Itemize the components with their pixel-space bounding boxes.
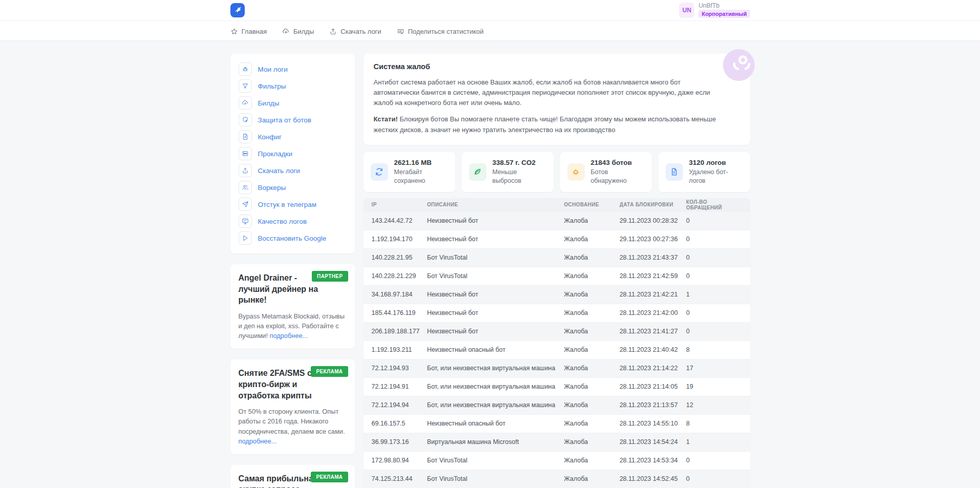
sidebar-item-bot-protection[interactable]: Защита от ботов [239, 112, 347, 128]
sidebar-item-restore-google[interactable]: Восстановить Google [239, 230, 347, 246]
nav-label: Поделиться статистикой [408, 28, 484, 35]
cell-basis: Жалоба [564, 272, 619, 280]
table-row: 72.12.194.94 Бот, или неизвестная виртуа… [364, 396, 750, 414]
cell-block-date: 28.11.2023 21:14:22 [620, 365, 686, 372]
file-icon [666, 163, 683, 181]
cell-basis: Жалоба [564, 365, 619, 372]
bird-logo-icon [233, 6, 242, 15]
stat-co2-reduced: 338.57 г. CO2 Меньше выбросов [462, 152, 553, 192]
page-title: Система жалоб [374, 62, 740, 71]
cell-requests-count: 0 [686, 217, 741, 224]
user-plan-badge: Корпоративный [698, 10, 750, 18]
sidebar: Мои логи Фильтры Билды Защита от ботов [230, 54, 355, 488]
stat-value: 338.57 г. CO2 [493, 158, 546, 168]
leaf-icon [469, 163, 486, 181]
ad-badge: РЕКЛАМА [311, 472, 348, 482]
table-row: 143.244.42.72 Неизвестный бот Жалоба 29.… [364, 211, 750, 230]
table-row: 140.228.21.95 Бот VirusTotal Жалоба 28.1… [364, 248, 750, 267]
sidebar-item-download-logs[interactable]: Скачать логи [239, 162, 347, 179]
ad-more-link[interactable]: подробнее... [270, 332, 308, 340]
stat-label: Меньше выбросов [493, 168, 546, 186]
cell-requests-count: 0 [686, 254, 741, 261]
sidebar-item-log-quality[interactable]: Качество логов [239, 213, 347, 229]
sidebar-item-filters[interactable]: Фильтры [239, 78, 347, 94]
table-row: 74.125.213.44 Бот VirusTotal Жалоба 28.1… [364, 470, 750, 488]
sidebar-item-telegram-notify[interactable]: Отстук в телеграм [239, 196, 347, 213]
sidebar-item-my-logs[interactable]: Мои логи [239, 61, 347, 77]
column-header-requests-count: КОЛ-ВО ОБРАЩЕНИЙ [686, 199, 741, 210]
cell-basis: Жалоба [564, 457, 619, 464]
app-logo[interactable] [230, 3, 245, 17]
eco-stats-row: 2621.16 MB Мегабайт сохранено 338.57 г. … [364, 152, 750, 192]
cell-ip: 1.192.194.170 [372, 236, 427, 243]
cell-description: Бот VirusTotal [427, 457, 564, 464]
cell-requests-count: 0 [686, 272, 741, 280]
table-row: 36.99.173.16 Виртуальная машина Microsof… [364, 433, 750, 451]
cell-description: Неизвестный опасный бот [427, 346, 564, 353]
user-menu[interactable]: UN UnBfTb Корпоративный [679, 3, 750, 18]
column-header-basis: ОСНОВАНИЕ [564, 202, 619, 207]
cell-ip: 206.189.188.177 [372, 328, 427, 335]
sidebar-item-config[interactable]: Конфиг [239, 129, 347, 145]
sidebar-item-label: Конфиг [258, 133, 282, 141]
table-header-row: IP ОПИСАНИЕ ОСНОВАНИЕ ДАТА БЛОКИРОВКИ КО… [364, 198, 750, 211]
cell-block-date: 28.11.2023 21:42:00 [620, 309, 686, 316]
cell-ip: 140.228.21.229 [372, 272, 427, 280]
main-content: Система жалоб Антибот система работает н… [364, 54, 750, 488]
cell-block-date: 29.11.2023 00:27:36 [620, 236, 686, 243]
cell-description: Бот VirusTotal [427, 272, 564, 280]
table-row: 1.192.194.170 Неизвестный бот Жалоба 29.… [364, 230, 750, 248]
cell-block-date: 28.11.2023 21:41:27 [620, 328, 686, 335]
sidebar-menu: Мои логи Фильтры Билды Защита от ботов [230, 54, 355, 253]
stat-bots-detected: 21843 ботов Ботов обнаружено [560, 152, 652, 192]
stat-value: 3120 логов [689, 158, 743, 168]
cell-block-date: 28.11.2023 14:55:10 [620, 420, 686, 427]
cell-requests-count: 0 [686, 475, 741, 482]
cell-block-date: 28.11.2023 21:42:59 [620, 272, 686, 280]
cell-ip: 140.228.21.95 [372, 254, 427, 261]
cell-requests-count: 17 [686, 365, 741, 372]
nav-item-share-stats[interactable]: Поделиться статистикой [397, 28, 484, 35]
sidebar-item-proxies[interactable]: Прокладки [239, 145, 347, 162]
sidebar-item-label: Отстук в телеграм [258, 201, 317, 208]
sidebar-item-builds[interactable]: Билды [239, 95, 347, 111]
ad-card-angel-drainer: Angel Drainer - лучший дрейнер на рынке!… [230, 264, 355, 349]
shield-bot-icon [239, 113, 252, 126]
sidebar-item-label: Качество логов [258, 218, 307, 225]
cell-ip: 72.12.194.93 [372, 365, 427, 372]
cell-ip: 143.244.42.72 [372, 217, 427, 224]
cell-block-date: 28.11.2023 14:54:24 [620, 438, 686, 445]
cell-basis: Жалоба [564, 420, 619, 427]
table-row: 172.98.80.94 Бот VirusTotal Жалоба 28.11… [364, 451, 750, 470]
table-row: 140.228.21.229 Бот VirusTotal Жалоба 28.… [364, 267, 750, 285]
bug-icon [239, 62, 252, 76]
cell-ip: 69.16.157.5 [372, 420, 427, 427]
cell-description: Неизвестный бот [427, 236, 564, 243]
play-icon [239, 231, 252, 245]
nav-item-home[interactable]: Главная [230, 28, 267, 35]
sidebar-item-workers[interactable]: Воркеры [239, 179, 347, 196]
cell-basis: Жалоба [564, 217, 619, 224]
ad-body: Bypass Metamask Blockaid, отзывы и деп н… [239, 311, 347, 341]
cloud-download-icon [239, 96, 252, 110]
cell-block-date: 28.11.2023 21:40:42 [620, 346, 686, 353]
cell-basis: Жалоба [564, 383, 619, 390]
cell-ip: 172.98.80.94 [372, 457, 427, 464]
ad-more-link[interactable]: подробнее... [239, 437, 277, 445]
cell-ip: 72.12.194.91 [372, 383, 427, 390]
paper-plane-icon [239, 198, 252, 211]
nav-label: Главная [242, 28, 267, 35]
users-icon [239, 181, 252, 194]
sidebar-item-label: Прокладки [258, 150, 293, 158]
column-header-ip: IP [372, 202, 427, 207]
cell-requests-count: 8 [686, 346, 741, 353]
main-nav: Главная Билды Скачать логи Поделиться ст… [0, 20, 980, 41]
robot-face-icon [723, 49, 755, 81]
nav-item-download-logs[interactable]: Скачать логи [329, 28, 381, 35]
cell-ip: 74.125.213.44 [372, 475, 427, 482]
ad-body: От 50% в сторону клиента. Опыт работы с … [239, 407, 347, 446]
nav-item-builds[interactable]: Билды [282, 28, 314, 35]
stat-label: Ботов обнаружено [591, 168, 645, 186]
stat-value: 2621.16 MB [394, 158, 448, 168]
cell-ip: 1.192.193.211 [372, 346, 427, 353]
